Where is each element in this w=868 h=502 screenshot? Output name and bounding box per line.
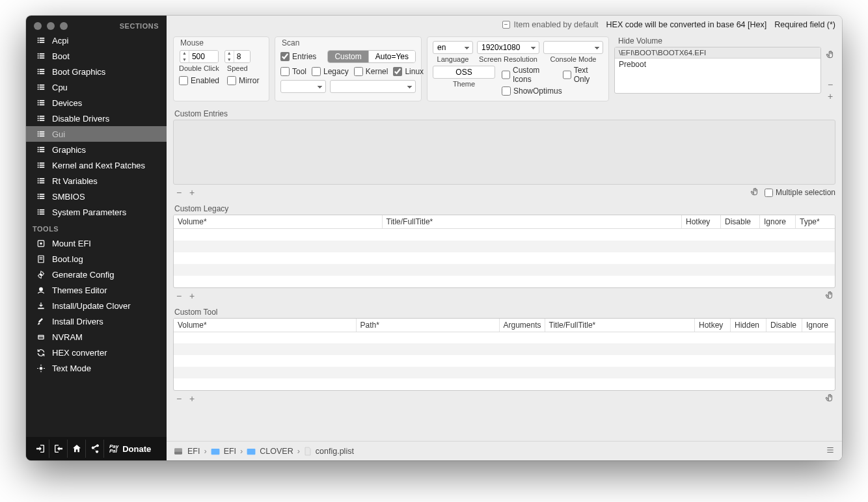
- ct-col-title[interactable]: Title/FullTitle*: [545, 319, 695, 332]
- custom-tool-hand-icon[interactable]: [825, 393, 835, 404]
- speed-input[interactable]: [234, 51, 250, 62]
- mouse-mirror-checkbox[interactable]: Mirror: [227, 76, 259, 85]
- tool-item-mount-efi[interactable]: Mount EFI: [26, 235, 167, 251]
- cl-col-volume[interactable]: Volume*: [174, 215, 382, 229]
- custom-entries-hand-icon[interactable]: [750, 187, 761, 198]
- window-controls[interactable]: [26, 16, 75, 36]
- ct-col-volume[interactable]: Volume*: [174, 319, 356, 332]
- svg-rect-67: [38, 211, 39, 213]
- custom-legacy-remove[interactable]: −: [174, 291, 183, 301]
- home-button[interactable]: [68, 440, 86, 458]
- hex-note: HEX code will be converted in base 64 [H…: [606, 20, 767, 29]
- sidebar-item-devices[interactable]: Devices: [26, 95, 167, 111]
- language-select[interactable]: en: [433, 41, 473, 54]
- hide-volume-remove[interactable]: −: [825, 79, 835, 90]
- scan-legacy-checkbox[interactable]: Legacy: [312, 67, 349, 76]
- console-mode-select[interactable]: [543, 41, 603, 54]
- custom-entries-remove[interactable]: −: [174, 187, 183, 198]
- ct-col-disable[interactable]: Disable: [766, 319, 802, 332]
- seg-custom[interactable]: Custom: [328, 51, 368, 62]
- ct-col-arguments[interactable]: Arguments: [499, 319, 545, 332]
- hide-volume-header: \EFI\BOOT\BOOTX64.EFI: [615, 47, 821, 59]
- traffic-zoom[interactable]: [60, 22, 68, 30]
- crumb-2[interactable]: CLOVER: [260, 447, 293, 456]
- scan-select-2[interactable]: [330, 80, 416, 93]
- traffic-minimize[interactable]: [47, 22, 55, 30]
- import-button[interactable]: [31, 440, 49, 458]
- custom-tool-add[interactable]: +: [187, 393, 197, 404]
- crumb-1[interactable]: EFI: [224, 447, 236, 456]
- multiple-selection-checkbox[interactable]: Multiple selection: [765, 188, 835, 197]
- crumb-0[interactable]: EFI: [187, 447, 200, 456]
- share-button[interactable]: [86, 440, 104, 458]
- ct-col-hotkey[interactable]: Hotkey: [695, 319, 731, 332]
- cl-col-type[interactable]: Type*: [796, 215, 835, 229]
- sidebar-item-disable-drivers[interactable]: Disable Drivers: [26, 111, 167, 126]
- theme-input[interactable]: [433, 66, 495, 79]
- custom-legacy-hand-icon[interactable]: [825, 291, 835, 301]
- hide-volume-hand-icon[interactable]: [825, 49, 835, 60]
- mouse-panel: Mouse ▲▼ Double Click ▲▼: [173, 36, 269, 101]
- crumb-3[interactable]: config.plist: [316, 447, 354, 456]
- tool-item-generate-config[interactable]: Generate Config: [26, 267, 167, 282]
- sidebar-item-system-parameters[interactable]: System Parameters: [26, 204, 167, 220]
- sidebar-item-boot-graphics[interactable]: Boot Graphics: [26, 64, 167, 79]
- tool-item-themes-editor[interactable]: Themes Editor: [26, 282, 167, 298]
- ct-col-hidden[interactable]: Hidden: [731, 319, 766, 332]
- speed-stepper[interactable]: ▲▼: [224, 50, 251, 63]
- sidebar-item-gui[interactable]: Gui: [26, 126, 167, 142]
- hide-volume-title: Hide Volume: [614, 36, 835, 47]
- disk-icon: [173, 446, 183, 456]
- cl-col-hotkey[interactable]: Hotkey: [682, 215, 721, 229]
- sidebar-item-smbios[interactable]: SMBIOS: [26, 189, 167, 204]
- scan-mode-segment[interactable]: Custom Auto=Yes: [327, 50, 416, 63]
- sidebar-item-kernel-and-kext-patches[interactable]: Kernel and Kext Patches: [26, 157, 167, 173]
- hide-volume-add[interactable]: +: [825, 91, 835, 101]
- sidebar-item-cpu[interactable]: Cpu: [26, 79, 167, 95]
- status-menu-icon[interactable]: [825, 445, 835, 456]
- custom-legacy-add[interactable]: +: [187, 291, 197, 301]
- scan-linux-checkbox[interactable]: Linux: [393, 67, 424, 76]
- ct-col-ignore[interactable]: Ignore: [802, 319, 835, 332]
- tool-item-nvram[interactable]: NVRAM: [26, 329, 167, 345]
- text-only-checkbox[interactable]: Text Only: [563, 66, 603, 84]
- scan-select-1[interactable]: [280, 80, 326, 93]
- tool-item-install-drivers[interactable]: Install Drivers: [26, 313, 167, 329]
- sidebar-item-rt-variables[interactable]: Rt Variables: [26, 173, 167, 189]
- donate-button[interactable]: PayPal Donate: [104, 444, 156, 454]
- custom-icons-checkbox[interactable]: Custom Icons: [502, 66, 556, 84]
- cl-col-title[interactable]: Title/FullTitle*: [382, 215, 682, 229]
- traffic-close[interactable]: [34, 22, 42, 30]
- custom-legacy-table[interactable]: Volume* Title/FullTitle* Hotkey Disable …: [173, 215, 835, 288]
- custom-icons-label: Custom Icons: [513, 66, 556, 84]
- ct-col-path[interactable]: Path*: [356, 319, 499, 332]
- custom-tool-remove[interactable]: −: [174, 393, 183, 404]
- scan-entries-checkbox[interactable]: Entries: [280, 52, 316, 61]
- hide-volume-row[interactable]: Preboot: [615, 59, 821, 70]
- scan-kernel-checkbox[interactable]: Kernel: [354, 67, 388, 76]
- double-click-input[interactable]: [189, 51, 218, 62]
- tool-item-boot.log[interactable]: Boot.log: [26, 251, 167, 267]
- sidebar-item-boot[interactable]: Boot: [26, 48, 167, 64]
- hide-volume-list[interactable]: \EFI\BOOT\BOOTX64.EFI Preboot: [614, 47, 821, 94]
- cl-col-ignore[interactable]: Ignore: [760, 215, 796, 229]
- svg-rect-39: [40, 131, 45, 133]
- tool-item-install-update-clover[interactable]: Install/Update Clover: [26, 298, 167, 313]
- breadcrumb[interactable]: EFI › EFI › CLOVER › config.plist: [187, 447, 354, 456]
- double-click-stepper[interactable]: ▲▼: [180, 50, 219, 63]
- mouse-enabled-checkbox[interactable]: Enabled: [179, 76, 219, 85]
- cl-col-disable[interactable]: Disable: [721, 215, 760, 229]
- tool-item-hex-converter[interactable]: HEX converter: [26, 345, 167, 360]
- custom-entries-add[interactable]: +: [187, 187, 197, 198]
- custom-entries-area[interactable]: [173, 120, 835, 185]
- custom-tool-table[interactable]: Volume* Path* Arguments Title/FullTitle*…: [173, 318, 835, 391]
- list-icon: [36, 51, 46, 60]
- tool-icon: [36, 285, 46, 295]
- resolution-select[interactable]: 1920x1080: [477, 41, 539, 54]
- tool-item-text-mode[interactable]: Text Mode: [26, 360, 167, 376]
- export-button[interactable]: [49, 440, 68, 458]
- scan-tool-checkbox[interactable]: Tool: [280, 67, 306, 76]
- seg-auto[interactable]: Auto=Yes: [369, 51, 415, 62]
- show-optimus-checkbox[interactable]: ShowOptimus: [502, 86, 603, 96]
- sidebar-item-graphics[interactable]: Graphics: [26, 142, 167, 157]
